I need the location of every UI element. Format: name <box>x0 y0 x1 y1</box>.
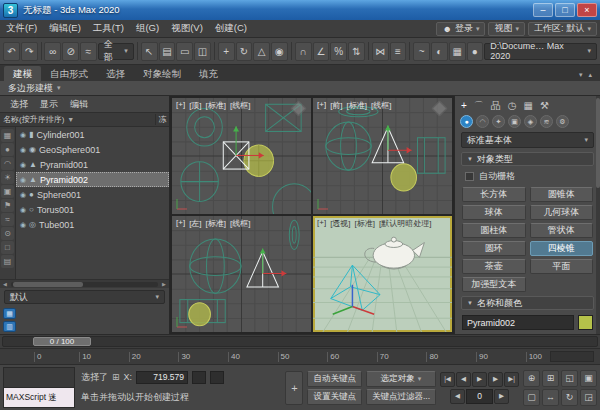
select-object-icon[interactable]: ↖ <box>141 42 158 61</box>
spinner-snap-icon[interactable]: ⇅ <box>348 42 365 61</box>
snaps-toggle-icon[interactable]: ∩ <box>295 42 312 61</box>
tab-create[interactable]: + <box>461 100 467 111</box>
list-item-geosphere001[interactable]: ◉ ◉ GeoSphere001 <box>16 142 169 157</box>
go-to-start-button[interactable]: |◀ <box>440 372 455 387</box>
curve-editor-icon[interactable]: ~ <box>413 42 430 61</box>
explorer-menu-edit[interactable]: 编辑 <box>64 98 94 111</box>
primitive-sphere-button[interactable]: 球体 <box>462 205 526 220</box>
scroll-left-icon[interactable]: ◀ <box>0 281 10 287</box>
set-keys-button[interactable]: + <box>285 371 303 405</box>
list-item-tube001[interactable]: ◉ ◎ Tube001 <box>16 217 169 232</box>
display-helpers-icon[interactable]: ⚑ <box>1 199 14 212</box>
scroll-right-icon[interactable]: ▶ <box>159 281 169 287</box>
viewport-pov-label[interactable]: [透视] <box>330 218 350 229</box>
display-cameras-icon[interactable]: ▣ <box>1 185 14 198</box>
select-by-name-icon[interactable]: ▤ <box>159 42 176 61</box>
display-lights-icon[interactable]: ☀ <box>1 171 14 184</box>
maxscript-pink-line[interactable] <box>4 368 74 388</box>
explorer-menu-display[interactable]: 显示 <box>34 98 64 111</box>
display-shapes-icon[interactable]: ◠ <box>1 157 14 170</box>
explorer-horizontal-scrollbar[interactable]: ◀ ▶ <box>0 279 169 288</box>
set-key-mode-button[interactable]: 设置关键点 <box>307 389 362 405</box>
primitive-box-button[interactable]: 长方体 <box>462 187 526 202</box>
visibility-icon[interactable]: ◉ <box>20 191 26 199</box>
list-item-pyramid002-selected[interactable]: ◉ ▲ Pyramid002 <box>16 172 169 187</box>
primitive-torus-button[interactable]: 圆环 <box>462 241 526 256</box>
viewport-perspective-active[interactable]: [+] [透视] [标准] [默认明暗处理] <box>313 216 452 332</box>
category-geometry-icon[interactable]: ● <box>460 115 473 128</box>
current-frame-field[interactable]: 0 <box>466 389 493 404</box>
viewport-shading-label[interactable]: [默认明暗处理] <box>379 218 431 229</box>
close-button[interactable]: × <box>577 3 597 17</box>
maximize-viewport-icon[interactable]: ◲ <box>580 389 597 406</box>
tab-hierarchy[interactable]: 品 <box>491 99 501 113</box>
viewport-top[interactable]: [+] [顶] [标准] [线框] <box>172 98 311 214</box>
explorer-preset-dropdown[interactable]: 默认 ▾ <box>4 290 165 304</box>
viewport-pov-label[interactable]: [前] <box>330 100 342 111</box>
zoom-all-icon[interactable]: ⊞ <box>542 370 559 387</box>
viewport-pov-label[interactable]: [左] <box>189 218 201 229</box>
tab-modify[interactable]: ⌒ <box>474 99 484 113</box>
minimize-button[interactable]: – <box>533 3 553 17</box>
command-panel-scrollbar[interactable] <box>596 96 600 334</box>
scrollbar-thumb[interactable] <box>596 98 600 188</box>
ribbon-options-icon[interactable]: ▾ <box>579 71 583 79</box>
menu-group[interactable]: 组(G) <box>130 22 165 35</box>
visibility-icon[interactable]: ◉ <box>20 161 26 169</box>
zoom-region-icon[interactable]: ▢ <box>523 389 540 406</box>
viewport-renderer-label[interactable]: [标准] <box>355 218 375 229</box>
explorer-menu-select[interactable]: 选择 <box>4 98 34 111</box>
viewport-layout-tab-icon[interactable]: ▥ <box>3 321 16 332</box>
ribbon-tab-modeling[interactable]: 建模 <box>4 66 41 81</box>
mirror-icon[interactable]: ⋈ <box>372 42 389 61</box>
list-item-pyramid001[interactable]: ◉ ▲ Pyramid001 <box>16 157 169 172</box>
ribbon-minimize-icon[interactable]: ▴ <box>588 71 592 79</box>
ribbon-tab-populate[interactable]: 填充 <box>190 66 227 81</box>
time-slider-track[interactable]: 0 / 100 <box>2 336 598 347</box>
select-and-move-icon[interactable]: + <box>218 42 235 61</box>
render-icon[interactable]: ● <box>467 42 484 61</box>
primitive-cylinder-button[interactable]: 圆柱体 <box>462 223 526 238</box>
undo-icon[interactable]: ↶ <box>3 42 20 61</box>
angle-snap-icon[interactable]: ∠ <box>313 42 330 61</box>
viewport-renderer-label[interactable]: [标准] <box>206 100 226 111</box>
key-step-forward-button[interactable]: ▶ <box>494 389 509 404</box>
visibility-icon[interactable]: ◉ <box>20 176 26 184</box>
visibility-icon[interactable]: ◉ <box>20 206 26 214</box>
category-space-warps-icon[interactable]: ≋ <box>540 115 553 128</box>
display-bones-icon[interactable]: ⊙ <box>1 227 14 240</box>
tab-motion[interactable]: ◷ <box>508 100 517 111</box>
viewport-menu-icon[interactable]: [+] <box>176 100 185 111</box>
list-item-torus001[interactable]: ◉ ○ Torus001 <box>16 202 169 217</box>
viewport-renderer-label[interactable]: [标准] <box>347 100 367 111</box>
primitive-plane-button[interactable]: 平面 <box>530 259 594 274</box>
select-and-rotate-icon[interactable]: ↻ <box>236 42 253 61</box>
rollout-name-and-color[interactable]: ▼ 名称和颜色 <box>461 296 594 310</box>
track-bar[interactable]: 0 10 20 30 40 50 60 70 80 90 100 <box>0 348 600 364</box>
grid-snap-icon[interactable]: ⊞ <box>112 372 120 382</box>
polygon-modeling-panel[interactable]: 多边形建模 <box>8 82 53 95</box>
viewport-layout-tab-icon[interactable]: ▦ <box>3 308 16 319</box>
go-to-end-button[interactable]: ▶| <box>504 372 519 387</box>
redo-icon[interactable]: ↷ <box>21 42 38 61</box>
next-frame-button[interactable]: ▶ <box>488 372 503 387</box>
category-helpers-icon[interactable]: ◈ <box>524 115 537 128</box>
menu-edit[interactable]: 编辑(E) <box>43 22 87 35</box>
ribbon-tab-object-paint[interactable]: 对象绘制 <box>134 66 190 81</box>
viewport-front[interactable]: [+] [前] [标准] [线框] <box>313 98 452 214</box>
display-materials-icon[interactable]: ▤ <box>1 255 14 268</box>
display-geometry-icon[interactable]: ● <box>1 143 14 156</box>
pan-icon[interactable]: ↔ <box>542 389 559 406</box>
viewport-shading-label[interactable]: [线框] <box>371 100 391 111</box>
view-menu-button[interactable]: 视图 ▾ <box>488 22 525 36</box>
percent-snap-icon[interactable]: % <box>330 42 347 61</box>
viewport-shading-label[interactable]: [线框] <box>230 218 250 229</box>
key-filters-button[interactable]: 关键点过滤器... <box>366 389 436 405</box>
window-crossing-icon[interactable]: ◫ <box>194 42 211 61</box>
workspace-selector[interactable]: 工作区: 默认 ▾ <box>528 22 597 36</box>
viewport-pov-label[interactable]: [顶] <box>189 100 201 111</box>
display-all-icon[interactable]: ▦ <box>1 129 14 142</box>
viewport-renderer-label[interactable]: [标准] <box>206 218 226 229</box>
rollout-object-type[interactable]: ▼ 对象类型 <box>461 152 594 166</box>
object-name-field[interactable]: Pyramid002 <box>462 315 574 330</box>
